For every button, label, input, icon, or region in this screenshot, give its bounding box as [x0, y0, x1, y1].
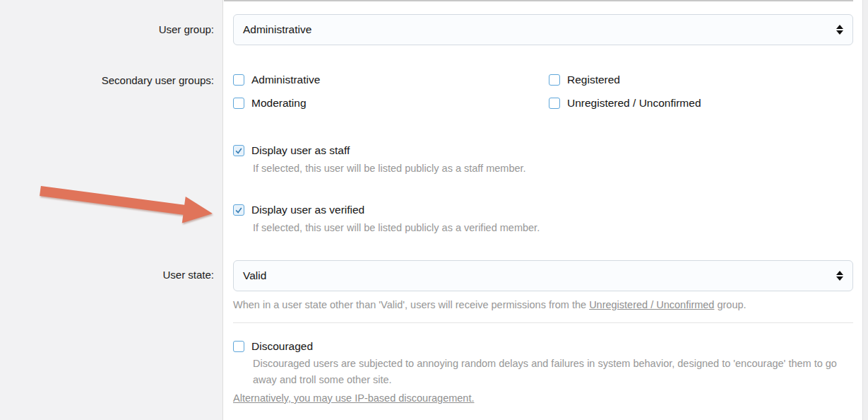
user-state-select-value: Valid: [243, 269, 266, 282]
checkbox[interactable]: [549, 74, 560, 86]
checkbox[interactable]: [549, 98, 560, 109]
checkmark-icon: [234, 146, 243, 155]
unregistered-group-link[interactable]: Unregistered / Unconfirmed: [589, 299, 714, 310]
checkbox-item-unregistered[interactable]: Unregistered / Unconfirmed: [549, 96, 701, 110]
select-arrows-icon: [836, 271, 843, 281]
secondary-groups-label: Secondary user groups:: [0, 74, 214, 87]
checkmark-icon: [234, 206, 243, 214]
checkbox-item-moderating[interactable]: Moderating: [233, 96, 307, 110]
checkbox-label: Discouraged: [251, 339, 313, 354]
user-state-hint: When in a user state other than 'Valid',…: [233, 297, 853, 313]
user-group-label: User group:: [0, 23, 214, 36]
annotation-arrow: [37, 181, 220, 231]
user-edit-form: User group: Administrative Secondary use…: [0, 0, 868, 420]
ip-discouragement-link[interactable]: Alternatively, you may use IP-based disc…: [233, 392, 474, 404]
select-arrows-icon: [836, 25, 843, 35]
checkbox-label: Registered: [567, 73, 620, 87]
top-divider: [224, 0, 853, 1]
checkbox[interactable]: [233, 204, 244, 216]
user-state-label: User state:: [0, 269, 214, 281]
checkbox-label: Display user as verified: [251, 203, 364, 217]
user-group-select-value: Administrative: [243, 23, 311, 36]
checkbox-item-display-verified[interactable]: Display user as verified: [233, 203, 364, 217]
checkbox-item-registered[interactable]: Registered: [549, 73, 620, 87]
staff-hint: If selected, this user will be listed pu…: [253, 161, 526, 177]
checkbox-label: Moderating: [251, 96, 307, 110]
row-divider: [233, 322, 853, 323]
checkbox-label: Display user as staff: [251, 144, 350, 158]
user-state-hint-suffix: group.: [714, 299, 746, 310]
checkbox-label: Unregistered / Unconfirmed: [567, 96, 701, 110]
checkbox[interactable]: [233, 341, 244, 352]
checkbox[interactable]: [233, 74, 244, 86]
checkbox-label: Administrative: [251, 73, 320, 87]
checkbox-item-display-staff[interactable]: Display user as staff: [233, 144, 350, 158]
checkbox-item-discouraged[interactable]: Discouraged: [233, 339, 313, 354]
verified-hint: If selected, this user will be listed pu…: [253, 220, 540, 236]
discouraged-hint: Discouraged users are subjected to annoy…: [253, 356, 853, 388]
user-state-hint-text: When in a user state other than 'Valid',…: [233, 299, 589, 310]
checkbox[interactable]: [233, 98, 244, 109]
user-state-select[interactable]: Valid: [233, 260, 853, 291]
scrollbar[interactable]: [862, 0, 868, 420]
user-group-select[interactable]: Administrative: [233, 14, 853, 45]
checkbox-item-administrative[interactable]: Administrative: [233, 73, 320, 87]
checkbox[interactable]: [233, 145, 244, 156]
